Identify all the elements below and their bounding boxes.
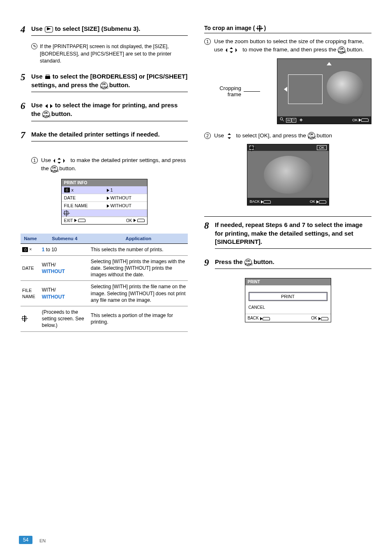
s9b: button. xyxy=(254,258,274,265)
s71a: Use xyxy=(41,157,53,163)
print-small-icon: ⎙ xyxy=(64,188,70,192)
print-confirm-screen: PRINT PRINT CANCEL BACK OK xyxy=(245,278,331,322)
step-5: 5 Use to select the [BORDERLESS] or [PIC… xyxy=(21,72,188,95)
page-number: 54 xyxy=(19,536,32,544)
circled-1-icon: 1 xyxy=(204,38,211,45)
crop-icon xyxy=(22,316,26,320)
foot-back: BACK xyxy=(248,316,259,320)
divider xyxy=(204,216,371,217)
arrow-up-icon xyxy=(327,62,332,65)
print-icon xyxy=(44,73,51,81)
print-screen-footer: BACK OK xyxy=(245,314,331,322)
cropped-bar: OK xyxy=(247,144,329,151)
circled-1-icon: 1 xyxy=(31,157,38,164)
step4-note: ✎ If the [PRINTPAPER] screen is not disp… xyxy=(31,43,188,65)
photo-footer: W T ✥ OK xyxy=(277,116,371,124)
step4-post: to select [SIZE] (Submenu 3). xyxy=(55,25,141,32)
triangle-right-icon xyxy=(107,197,109,200)
svg-marker-8 xyxy=(63,159,65,163)
step-4: 4 Use to select [SIZE] (Submenu 3). xyxy=(21,25,188,39)
left-right-nav-icon xyxy=(44,102,53,110)
svg-marker-12 xyxy=(235,48,237,52)
cancel-row: CANCEL xyxy=(249,305,327,310)
step4-note-text: If the [PRINTPAPER] screen is not displa… xyxy=(40,43,188,65)
triangle-right-icon xyxy=(134,219,136,222)
r1-name: × xyxy=(29,247,32,252)
r3-sub-b: WITHOUT xyxy=(42,294,65,300)
svg-marker-10 xyxy=(230,47,233,49)
copies-val: 1 xyxy=(111,188,113,192)
cs2b: to select [OK], and press the xyxy=(236,132,308,139)
ok-func-button-icon: OKFUNC xyxy=(100,82,108,89)
step-8-heading: If needed, repeat Steps 6 and 7 to selec… xyxy=(215,221,371,249)
s5c: button. xyxy=(109,81,130,88)
print-info-screen: PRINT INFO ⎙x 1 DATE WITHOUT FILE NAME W… xyxy=(61,179,148,225)
step-number: 4 xyxy=(21,25,28,34)
step-number: 6 xyxy=(21,101,28,111)
r2-sub-b: WITHOUT xyxy=(42,269,65,274)
crop-icon xyxy=(249,146,254,150)
step4-pre: Use xyxy=(31,25,44,32)
filename-val: WITHOUT xyxy=(111,203,131,208)
step-6: 6 Use to select the image for printing, … xyxy=(21,101,188,124)
footer-exit: EXIT xyxy=(64,218,73,223)
th-application: Application xyxy=(89,234,188,244)
svg-marker-6 xyxy=(58,158,61,160)
page-lang: EN xyxy=(39,538,46,543)
crop-rectangle xyxy=(288,74,323,104)
copies-x: x xyxy=(71,188,74,192)
cs1c: button. xyxy=(347,46,364,53)
photo-preview: W T ✥ OK xyxy=(277,58,371,124)
s5a: Use xyxy=(31,73,44,80)
svg-marker-15 xyxy=(228,133,231,135)
svg-line-14 xyxy=(282,120,284,121)
r3-app: Selecting [WITH] prints the file name on… xyxy=(89,281,188,306)
zoom-icon xyxy=(280,117,285,121)
up-down-nav-icon xyxy=(226,132,235,140)
crop-heading-text: To crop an image ( xyxy=(204,25,255,31)
bar-ok: OK xyxy=(317,145,326,150)
four-way-small-icon: ✥ xyxy=(300,118,303,122)
soft-button-icon xyxy=(263,200,271,204)
svg-marker-4 xyxy=(50,104,53,108)
zoom-w: W xyxy=(286,118,292,123)
print-screen-title: PRINT xyxy=(245,278,331,285)
triangle-right-icon xyxy=(260,317,263,320)
ok-label: OK xyxy=(310,199,315,204)
cropped-footer: BACK OK xyxy=(247,198,329,205)
svg-marker-0 xyxy=(47,27,51,30)
ok-func-button-icon: OKFUNC xyxy=(338,46,345,54)
step-number: 5 xyxy=(21,72,28,82)
s9a: Press the xyxy=(215,258,244,265)
cropping-frame-label: Croppingframe xyxy=(204,85,241,97)
svg-marker-11 xyxy=(230,51,233,53)
table-row: FILE NAME WITH/WITHOUT Selecting [WITH] … xyxy=(21,281,188,306)
crop-icon xyxy=(257,26,261,30)
footer-ok: OK xyxy=(126,218,132,223)
crop-section-heading: To crop an image ( ) xyxy=(204,25,371,33)
crop-heading-end: ) xyxy=(264,25,266,31)
triangle-right-icon xyxy=(107,189,109,192)
ok-func-button-icon: OKFUNC xyxy=(51,165,58,173)
cs2a: Use xyxy=(214,132,226,139)
cs2c: button xyxy=(316,132,332,139)
step7-sub1: 1 Use to make the detailed printer setti… xyxy=(31,156,188,173)
screen-row-crop xyxy=(62,210,147,217)
r2-app: Selecting [WITH] prints the images with … xyxy=(89,255,188,281)
r4-app: This selects a portion of the image for … xyxy=(89,306,188,331)
soft-button-icon xyxy=(137,219,145,222)
four-way-nav-icon xyxy=(53,156,69,164)
arrow-left-icon xyxy=(284,87,287,92)
lamp-icon: ✎ xyxy=(31,43,37,49)
screen-row-filename: FILE NAME WITHOUT xyxy=(62,202,147,210)
table-row: (Proceeds to the setting screen. See bel… xyxy=(21,306,188,331)
soft-button-icon xyxy=(263,317,270,320)
r2-sub-a: WITH/ xyxy=(42,262,56,268)
step-8: 8 If needed, repeat Steps 6 and 7 to sel… xyxy=(204,221,371,252)
rose-graphic xyxy=(264,156,313,194)
triangle-right-icon xyxy=(318,317,321,320)
soft-button-icon xyxy=(319,200,326,204)
s71c: button. xyxy=(59,165,76,171)
th-name: Name xyxy=(21,234,40,244)
triangle-right-icon xyxy=(316,200,319,204)
